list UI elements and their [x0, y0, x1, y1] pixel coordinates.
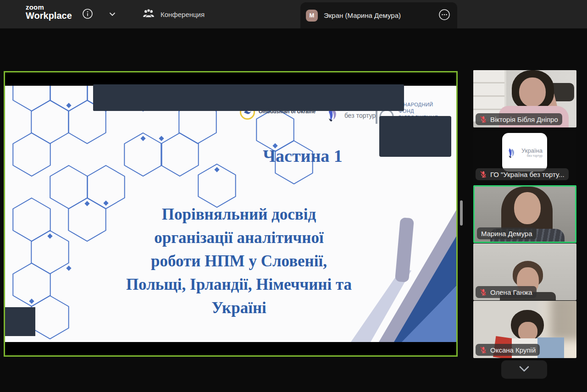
logo-zoom-text: zoom — [26, 4, 72, 11]
participant-tile[interactable]: Олена Ганжа — [473, 243, 576, 300]
collapse-videos-button[interactable] — [501, 360, 547, 379]
chevron-down-icon — [518, 365, 530, 374]
slide-main-title: Порівняльний досвід організації аналітич… — [37, 203, 441, 320]
more-options-button[interactable] — [437, 8, 452, 23]
tab-screen-share[interactable]: M Экран (Марина Демура) — [300, 2, 457, 28]
dropdown-button[interactable] — [106, 9, 118, 21]
without-torture-label: без тортур — [344, 112, 376, 119]
participant-name: Марина Демура — [481, 230, 532, 237]
tab-screen-share-label: Экран (Марина Демура) — [324, 11, 401, 19]
participant-tile[interactable]: Україна без тортур ГО "Україна без торту… — [473, 131, 576, 182]
zoom-workplace-logo: zoom Workplace — [26, 4, 72, 21]
redaction-block-right — [379, 116, 451, 157]
org-logo-subtext: без тортур — [527, 154, 543, 157]
mic-muted-icon — [480, 116, 487, 123]
zoom-workplace-window: zoom Workplace Конференция M Экран (Мари… — [0, 0, 587, 392]
participant-name: Олена Ганжа — [490, 288, 532, 296]
participant-nameplate: Вікторія Бібля Дніпро — [476, 113, 562, 125]
mic-muted-icon — [480, 346, 487, 353]
participant-name: Вікторія Бібля Дніпро — [490, 116, 558, 123]
info-button[interactable] — [81, 7, 94, 21]
avatar: M — [306, 10, 318, 22]
people-icon — [142, 8, 155, 21]
participants-panel: Вікторія Бібля Дніпро Україна без тортур — [473, 0, 576, 392]
participant-nameplate: Оксана Крупій — [476, 344, 540, 356]
participant-nameplate: ГО "Україна без торту... — [476, 168, 569, 180]
participant-tile[interactable]: Оксана Крупій — [473, 301, 576, 358]
without-torture-logo — [507, 145, 520, 159]
mic-muted-icon — [480, 288, 487, 296]
mic-muted-icon — [480, 171, 487, 178]
slide-corner-square — [5, 307, 35, 336]
participant-name: ГО "Україна без торту... — [490, 171, 565, 178]
tab-conference[interactable]: Конференция — [136, 4, 211, 25]
participant-name: Оксана Крупій — [490, 346, 536, 354]
chevron-down-icon — [108, 10, 116, 20]
participant-nameplate: Марина Демура — [477, 227, 537, 239]
logo-workplace-text: Workplace — [26, 11, 72, 21]
redaction-block-top — [93, 84, 404, 111]
shared-screen-slide: Ombudsman of Ukraine без тортур ЖНАРОДНИ… — [4, 71, 458, 357]
org-logo-card: Україна без тортур — [502, 133, 547, 171]
scrollbar-thumb[interactable] — [460, 200, 463, 226]
tab-conference-label: Конференция — [161, 11, 205, 18]
participant-nameplate: Олена Ганжа — [476, 286, 537, 298]
org-logo-text: Україна — [521, 147, 543, 154]
participant-tile[interactable]: Марина Демура — [473, 185, 576, 243]
info-icon — [82, 8, 93, 21]
participant-tile[interactable]: Вікторія Бібля Дніпро — [473, 70, 576, 127]
more-options-icon — [438, 9, 450, 22]
